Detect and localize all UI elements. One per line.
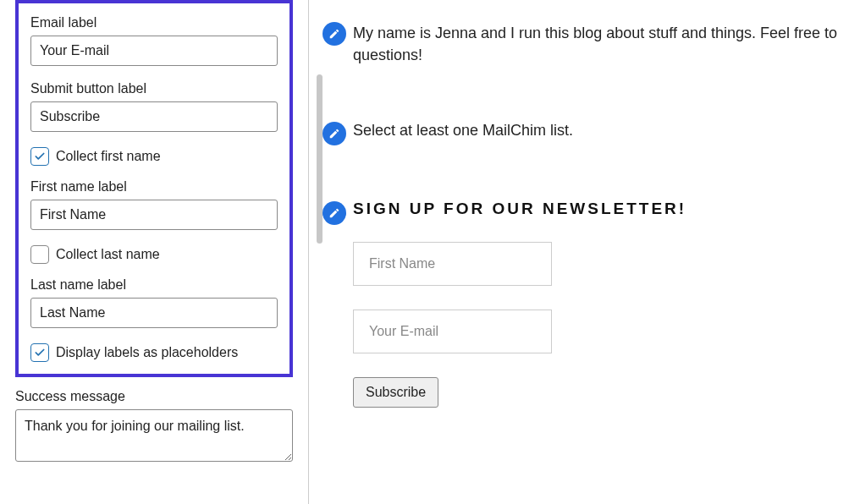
display-placeholders-label: Display labels as placeholders [56,345,238,360]
email-label-input[interactable] [30,36,278,66]
pencil-icon[interactable] [323,22,346,46]
collect-first-name-checkbox[interactable] [30,147,49,166]
first-name-caption: First name label [30,179,278,194]
preview-email-field[interactable] [353,310,552,353]
preview-panel: My name is Jenna and I run this blog abo… [309,0,849,504]
widget-settings-panel: Email label Submit button label Collect … [0,0,309,504]
mailchimp-warning-text: Select at least one MailChim list. [353,120,573,140]
email-label-caption: Email label [30,15,278,30]
submit-label-caption: Submit button label [30,81,278,96]
success-message-caption: Success message [15,389,293,404]
intro-text: My name is Jenna and I run this blog abo… [353,20,849,66]
submit-label-input[interactable] [30,101,278,132]
success-message-input[interactable] [15,409,293,462]
subscribe-button[interactable]: Subscribe [353,377,438,408]
last-name-input[interactable] [30,298,278,328]
collect-first-name-label: Collect first name [56,149,161,164]
last-name-caption: Last name label [30,277,278,293]
pencil-icon[interactable] [323,201,346,225]
collect-last-name-label: Collect last name [56,247,160,262]
pencil-icon[interactable] [323,122,346,145]
display-placeholders-checkbox[interactable] [30,343,49,362]
preview-first-name-field[interactable] [353,242,552,286]
first-name-input[interactable] [30,200,278,230]
highlighted-settings-group: Email label Submit button label Collect … [15,0,293,377]
collect-last-name-checkbox[interactable] [30,245,49,264]
newsletter-heading: SIGN UP FOR OUR NEWSLETTER! [353,200,849,218]
